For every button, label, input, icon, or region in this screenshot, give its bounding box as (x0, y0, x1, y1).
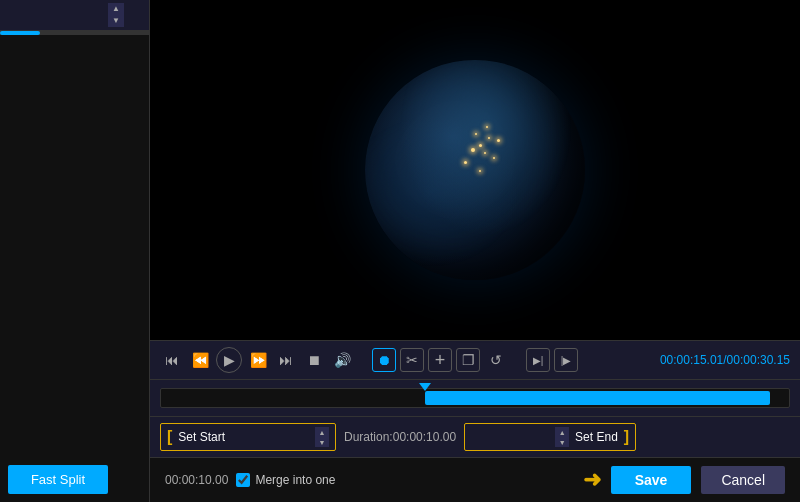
copy-button[interactable]: ❐ (456, 348, 480, 372)
trim-set-end-group: 00:00:25.01 ▲ ▼ Set End ] (464, 423, 636, 451)
controls-bar: ⏮ ⏪ ▶ ⏩ ⏭ ⏹ 🔊 ⏺ ✂ + ❐ ↺ ▶| |▶ 00:00:15.0… (150, 340, 800, 380)
step-back-button[interactable]: ⏪ (188, 348, 212, 372)
start-time-down[interactable]: ▼ (315, 437, 329, 447)
cancel-button[interactable]: Cancel (701, 466, 785, 494)
duration-display: Duration:00:00:10.00 (344, 430, 456, 444)
fast-split-button[interactable]: Fast Split (8, 465, 108, 494)
sidebar-time-spinners: ▲ ▼ (108, 3, 124, 27)
sidebar-content (0, 35, 149, 457)
merge-checkbox-group: Merge into one (236, 473, 335, 487)
timeline-track[interactable] (160, 388, 790, 408)
main-area: ⏮ ⏪ ▶ ⏩ ⏭ ⏹ 🔊 ⏺ ✂ + ❐ ↺ ▶| |▶ 00:00:15.0… (150, 0, 800, 502)
action-duration: 00:00:10.00 (165, 473, 228, 487)
start-time-field[interactable]: 00:00:15.01 (231, 430, 313, 444)
stop-button[interactable]: ⏹ (302, 348, 326, 372)
arrow-right-icon: ➜ (583, 467, 601, 493)
timeline-area (150, 380, 800, 416)
undo-button[interactable]: ↺ (484, 348, 508, 372)
end-time-spinners: ▲ ▼ (555, 427, 569, 447)
skip-back-button[interactable]: ⏮ (160, 348, 184, 372)
play-segment-button[interactable]: ▶| (526, 348, 550, 372)
record-button[interactable]: |▶ (554, 348, 578, 372)
end-time-field[interactable]: 00:00:25.01 (471, 430, 553, 444)
earth-lights (365, 60, 585, 280)
end-time-input-group: 00:00:25.01 ▲ ▼ (471, 427, 569, 447)
set-end-button[interactable]: Set End (575, 430, 618, 444)
sidebar: 00:00:25.01 ▲ ▼ Fast Split (0, 0, 150, 502)
add-button[interactable]: + (428, 348, 452, 372)
playback-time: 00:00:15.01/00:00:30.15 (660, 353, 790, 367)
start-time-input-group: 00:00:15.01 ▲ ▼ (231, 427, 329, 447)
timeline-selection (425, 391, 770, 405)
sidebar-time-down[interactable]: ▼ (108, 15, 124, 27)
end-time-down[interactable]: ▼ (555, 437, 569, 447)
end-bracket-icon: ] (624, 428, 629, 446)
video-preview (150, 0, 800, 340)
trim-set-start-group: [ Set Start 00:00:15.01 ▲ ▼ (160, 423, 336, 451)
merge-label: Merge into one (255, 473, 335, 487)
merge-checkbox[interactable] (236, 473, 250, 487)
sidebar-time-field[interactable]: 00:00:25.01 (5, 8, 105, 23)
loop-button[interactable]: ⏺ (372, 348, 396, 372)
save-button[interactable]: Save (611, 466, 692, 494)
end-time-up[interactable]: ▲ (555, 427, 569, 437)
start-bracket-icon: [ (167, 428, 172, 446)
timeline-marker (419, 383, 431, 391)
action-right: ➜ Save Cancel (583, 466, 785, 494)
sidebar-scrollbar-thumb (0, 31, 40, 35)
fast-split-area: Fast Split (0, 457, 149, 502)
skip-forward-button[interactable]: ⏭ (274, 348, 298, 372)
earth-thumbnail (365, 60, 585, 280)
action-left: 00:00:10.00 Merge into one (165, 473, 335, 487)
volume-button[interactable]: 🔊 (330, 348, 354, 372)
play-button[interactable]: ▶ (216, 347, 242, 373)
cut-button[interactable]: ✂ (400, 348, 424, 372)
start-time-spinners: ▲ ▼ (315, 427, 329, 447)
controls-left: ⏮ ⏪ ▶ ⏩ ⏭ ⏹ 🔊 ⏺ ✂ + ❐ ↺ ▶| |▶ (160, 347, 578, 373)
sidebar-scrollbar[interactable] (0, 31, 149, 35)
step-forward-button[interactable]: ⏩ (246, 348, 270, 372)
sidebar-time-up[interactable]: ▲ (108, 3, 124, 15)
start-time-up[interactable]: ▲ (315, 427, 329, 437)
set-start-button[interactable]: Set Start (178, 430, 225, 444)
action-bar: 00:00:10.00 Merge into one ➜ Save Cancel (150, 457, 800, 502)
sidebar-time-control[interactable]: 00:00:25.01 ▲ ▼ (0, 0, 149, 31)
trim-controls: [ Set Start 00:00:15.01 ▲ ▼ Duration:00:… (150, 416, 800, 457)
